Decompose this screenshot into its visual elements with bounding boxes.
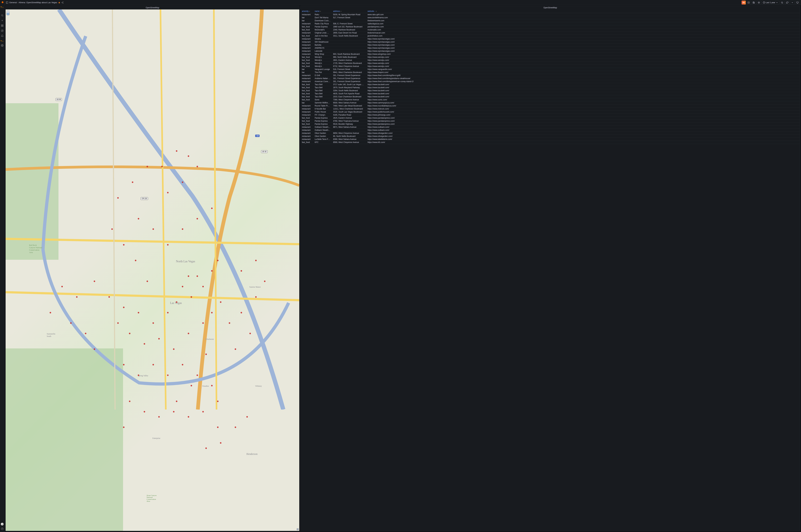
map-point[interactable] — [61, 286, 63, 287]
table-content[interactable]: amenity▾ name▾ address▾ website↓▾ restau… — [301, 10, 800, 531]
map-point[interactable] — [211, 385, 213, 386]
tv-mode-button[interactable] — [795, 1, 800, 4]
map-point[interactable] — [152, 322, 154, 324]
map-point[interactable] — [117, 197, 119, 198]
filter-icon[interactable]: ▾ — [341, 11, 341, 12]
table-row[interactable]: restaurantRound Table Pizza7460, West La… — [301, 104, 800, 108]
map-point[interactable] — [205, 354, 207, 355]
map-point[interactable] — [235, 348, 236, 350]
grafana-logo-icon[interactable] — [1, 1, 4, 4]
table-row[interactable]: fast_foodSonic7390, West Cheyenne Avenue… — [301, 98, 800, 101]
map-point[interactable] — [217, 260, 219, 261]
table-row[interactable]: barDon't Tell Mama517, Fremont Streetwww… — [301, 16, 800, 19]
map-point[interactable] — [138, 312, 139, 314]
map-point[interactable] — [217, 401, 219, 402]
col-header-address[interactable]: address▾ — [332, 10, 366, 13]
map-point[interactable] — [188, 333, 189, 334]
map-point[interactable] — [197, 276, 198, 277]
map-point[interactable] — [94, 348, 95, 350]
map-point[interactable] — [50, 312, 51, 314]
table-row[interactable]: barVanguard Lounge516, Fremont Streethtt… — [301, 68, 800, 71]
table-row[interactable]: fast_foodPanda Express5516, Boulder High… — [301, 122, 800, 126]
search-icon[interactable] — [1, 14, 4, 17]
table-row[interactable]: restaurantRaku5030, W. Spring Mountain R… — [301, 13, 800, 16]
zoom-out-button[interactable] — [780, 1, 784, 4]
table-row[interactable]: fast_foodWendy's6732, West Cheyenne Aven… — [301, 65, 800, 68]
filter-icon[interactable]: ▾ — [376, 11, 377, 12]
map-point[interactable] — [229, 322, 230, 324]
col-header-website[interactable]: website↓▾ — [366, 10, 800, 13]
explore-icon[interactable] — [1, 29, 4, 32]
table-row[interactable]: restaurant8 Noodle Bar11011, West Charle… — [301, 108, 800, 110]
map-point[interactable] — [197, 375, 198, 376]
user-avatar[interactable] — [1, 523, 4, 526]
map-point[interactable] — [176, 401, 177, 402]
table-row[interactable]: fast_foodTaco Bell3717 suite 140, South … — [301, 83, 800, 86]
map-point[interactable] — [108, 296, 110, 298]
breadcrumb-current[interactable]: Athena: OpenStreetMap about Las Vegas — [19, 1, 57, 4]
map-point[interactable] — [190, 385, 192, 386]
map-point[interactable] — [135, 260, 136, 261]
map-point[interactable] — [202, 286, 204, 287]
table-row[interactable]: restaurantRadio City Pizza508, E. Fremon… — [301, 22, 800, 25]
table-row[interactable]: fast_foodWendy's2601, Eastern Avenuehttp… — [301, 59, 800, 62]
map-point[interactable] — [173, 411, 175, 413]
table-row[interactable]: restaurantP.F. Chang's4165, Paradise Roa… — [301, 113, 800, 116]
map-point[interactable] — [76, 296, 77, 298]
table-row[interactable]: restaurantOriginal Lindo Michoacan2655, … — [301, 31, 800, 34]
map-point[interactable] — [129, 401, 130, 402]
table-row[interactable]: fast_foodMcDonald's2340, Rainbow Bouleva… — [301, 28, 800, 31]
time-range-picker[interactable]: Last 1 year — [762, 1, 779, 4]
table-row[interactable]: restaurantSW Steakhousehttps://www.wynnl… — [301, 40, 800, 43]
map-point[interactable] — [188, 276, 189, 277]
table-row[interactable]: fast_foodWendy's1725, West Charleston Bo… — [301, 62, 800, 65]
table-row[interactable]: fast_foodPanda Express4780, West Tropica… — [301, 119, 800, 122]
map-point[interactable] — [147, 281, 148, 282]
map-point[interactable] — [202, 411, 204, 413]
map-point[interactable] — [182, 286, 183, 287]
map-point[interactable] — [188, 416, 189, 418]
map-point[interactable] — [117, 322, 119, 324]
col-header-amenity[interactable]: amenity▾ — [301, 10, 313, 13]
table-row[interactable]: restaurantOutback Steakhouse8671, West S… — [301, 126, 800, 129]
table-row[interactable]: restaurantSinatrahttps://www.wynnlasvega… — [301, 37, 800, 40]
map-attribution-icon[interactable]: i — [297, 528, 298, 530]
table-row[interactable]: fast_foodPanda Express2625, Eastern Aven… — [301, 116, 800, 119]
table-row[interactable]: restaurantOlive Garden80, North Nellis B… — [301, 135, 800, 138]
table-row[interactable]: restaurantLakesidehttps://www.wynnlasveg… — [301, 50, 800, 53]
map-point[interactable] — [202, 322, 204, 324]
table-row[interactable]: restaurantD Grill301, Fremont Street Exp… — [301, 74, 800, 77]
col-header-name[interactable]: name▾ — [313, 10, 332, 13]
table-row[interactable]: fast_foodPanda Express1980 suit 102, Rai… — [301, 25, 800, 28]
map-point[interactable] — [241, 312, 242, 314]
table-row[interactable]: fast_foodJack in the Box3311, South Nell… — [301, 34, 800, 37]
table-row[interactable]: restaurantOlive Garden6850, West Cheyenn… — [301, 132, 800, 135]
table-row[interactable]: restaurantLa Belle Terre French Bakery83… — [301, 138, 800, 141]
table-row[interactable]: fast_foodTaco Bell4835, South Fort Apach… — [301, 92, 800, 95]
map-point[interactable] — [173, 348, 175, 350]
breadcrumb-root[interactable]: General — [9, 1, 17, 4]
refresh-button[interactable] — [785, 1, 789, 4]
map-point[interactable] — [182, 182, 183, 183]
panel-map-title[interactable]: OpenStreetMap — [6, 6, 299, 10]
add-panel-button[interactable] — [746, 1, 751, 4]
alerting-icon[interactable] — [1, 34, 4, 37]
filter-icon[interactable]: ▾ — [309, 11, 310, 12]
help-icon[interactable] — [1, 527, 4, 530]
map-point[interactable] — [138, 375, 139, 376]
dashboards-icon[interactable] — [1, 24, 4, 27]
map-point[interactable] — [211, 312, 213, 314]
configuration-icon[interactable] — [1, 44, 4, 47]
map-point[interactable] — [250, 333, 251, 334]
map-point[interactable] — [205, 448, 207, 449]
cascade-button[interactable]: ıılıı — [742, 1, 746, 4]
table-row[interactable]: fast_foodTaco Bell2670, South Maryland P… — [301, 86, 800, 89]
map-point[interactable] — [188, 155, 189, 157]
table-row[interactable]: restaurantANDREA'Shttps://www.wynnlasveg… — [301, 46, 800, 50]
map-zoom-out[interactable]: − — [7, 13, 9, 15]
map-point[interactable] — [161, 166, 163, 167]
table-row[interactable]: restaurantBarlottahttps://www.wynnlasveg… — [301, 43, 800, 46]
aws-logo-icon[interactable]: aws — [0, 6, 4, 8]
table-row[interactable]: barThe Pint9941, West Charleston Bouleva… — [301, 71, 800, 74]
map-point[interactable] — [129, 333, 130, 334]
